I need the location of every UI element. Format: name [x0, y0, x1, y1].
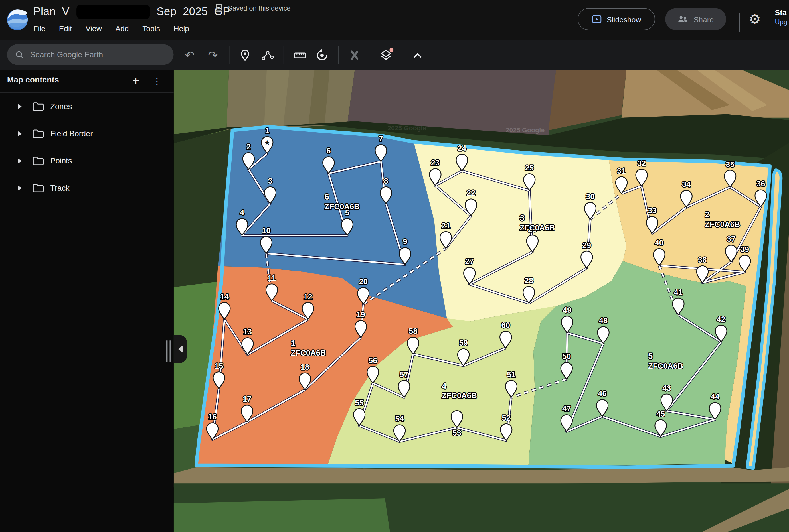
layers-button[interactable] — [376, 48, 396, 62]
sidebar-item-label: Zones — [50, 102, 72, 111]
pin-number-label: 25 — [525, 163, 534, 172]
sidebar-item-zones[interactable]: Zones — [0, 97, 174, 117]
pin-number-label: 4 — [240, 208, 244, 217]
pin-number-label: 32 — [637, 159, 646, 168]
pin-number-label: 42 — [717, 315, 726, 324]
pin-number-label: 59 — [459, 338, 468, 347]
pin-number-label: 20 — [359, 277, 368, 286]
pin-number-label: 22 — [467, 188, 475, 197]
zone-code-label: ZFC0A6B — [648, 362, 683, 370]
panel-menu-button[interactable]: ⋮ — [150, 74, 164, 88]
collapse-toolbar-button[interactable] — [408, 48, 428, 62]
pin-number-label: 6 — [326, 146, 331, 155]
sidebar-item-field-border[interactable]: Field Border — [0, 124, 174, 144]
save-status: Saved on this device — [215, 4, 291, 13]
map-contents-panel: Map contents + ⋮ Zones Field Border Poin… — [0, 70, 174, 532]
zone-number-label: 5 — [648, 352, 653, 361]
pin-star-icon: ★ — [264, 138, 271, 147]
collapse-panel-button[interactable] — [174, 335, 187, 363]
menu-view[interactable]: View — [86, 24, 102, 33]
saved-check-icon — [215, 4, 224, 13]
undo-button[interactable]: ↶ — [180, 48, 200, 62]
panel-resize-grip[interactable] — [166, 340, 171, 362]
pin-number-label: 47 — [562, 404, 571, 413]
share-button[interactable]: Share — [665, 8, 726, 30]
menu-help[interactable]: Help — [174, 24, 189, 33]
pin-number-label: 57 — [400, 370, 408, 379]
pin-number-label: 19 — [357, 310, 365, 319]
pin-number-label: 35 — [726, 160, 734, 169]
add-path-button[interactable] — [258, 48, 278, 62]
pin-number-label: 27 — [465, 257, 474, 266]
pin-number-label: 10 — [262, 226, 270, 235]
folder-icon — [32, 183, 44, 193]
account-area[interactable]: Sta Upg — [775, 7, 788, 26]
menu-add[interactable]: Add — [115, 24, 129, 33]
account-upgrade-link: Upg — [775, 17, 788, 27]
historical-imagery-icon — [316, 49, 328, 62]
ruler-icon — [293, 49, 306, 61]
pin-number-label: 11 — [267, 273, 276, 282]
chevron-left-icon — [178, 345, 183, 353]
expand-caret-icon[interactable] — [18, 158, 22, 164]
redo-button[interactable]: ↷ — [203, 48, 223, 62]
pin-number-label: 44 — [711, 392, 719, 401]
zone-code-label: ZFC0A6B — [325, 202, 360, 211]
pin-number-label: 50 — [562, 352, 571, 361]
pin-number-label: 48 — [599, 316, 607, 325]
pin-number-label: 40 — [655, 238, 663, 247]
menu-bar: File Edit View Add Tools Help — [33, 24, 189, 33]
pin-number-label: 8 — [384, 176, 388, 185]
edit-tools-icon — [348, 49, 360, 61]
expand-caret-icon[interactable] — [18, 186, 22, 191]
pin-number-label: 56 — [369, 356, 377, 365]
toolbar-separator — [371, 46, 371, 64]
save-status-label: Saved on this device — [228, 4, 291, 12]
slideshow-button[interactable]: Slideshow — [578, 8, 655, 30]
pin-number-label: 36 — [756, 179, 765, 188]
pin-number-label: 54 — [395, 414, 404, 423]
pin-number-label: 13 — [243, 327, 252, 336]
menu-file[interactable]: File — [33, 24, 45, 33]
pin-number-label: 12 — [303, 292, 312, 301]
map-canvas[interactable]: 2025 Google2025 Google ★ 123456789101112… — [174, 70, 789, 532]
pin-number-label: 46 — [598, 389, 606, 398]
edit-tools-button[interactable] — [344, 48, 364, 62]
search-box[interactable] — [7, 44, 174, 65]
zone-number-label: 1 — [291, 339, 296, 348]
search-input[interactable] — [30, 50, 156, 59]
pin-number-label: 2 — [246, 142, 251, 151]
menu-edit[interactable]: Edit — [59, 24, 72, 33]
google-earth-window: Plan_V__Sep_2025_GP Saved on this device… — [0, 0, 789, 532]
pin-number-label: 34 — [682, 180, 691, 189]
menu-tools[interactable]: Tools — [142, 24, 160, 33]
pin-number-label: 15 — [214, 362, 223, 370]
historical-imagery-button[interactable] — [312, 48, 332, 62]
pin-number-label: 52 — [502, 413, 510, 422]
title-prefix: Plan_V_ — [33, 5, 76, 18]
measure-button[interactable] — [290, 48, 310, 62]
pin-number-label: 1 — [265, 126, 269, 135]
sidebar-item-points[interactable]: Points — [0, 151, 174, 171]
settings-gear-icon[interactable]: ⚙ — [749, 11, 761, 27]
toolbar: ↶ ↷ — [0, 40, 789, 70]
google-earth-logo[interactable] — [6, 8, 29, 31]
sidebar-item-label: Points — [50, 156, 72, 166]
pin-number-label: 3 — [268, 176, 273, 185]
add-item-button[interactable]: + — [129, 74, 143, 88]
pin-number-label: 37 — [727, 235, 735, 244]
chevron-up-icon — [412, 52, 423, 59]
expand-caret-icon[interactable] — [18, 131, 22, 136]
sidebar-item-track[interactable]: Track — [0, 178, 174, 198]
pin-number-label: 38 — [698, 255, 707, 264]
panel-header: Map contents + ⋮ — [0, 70, 174, 92]
account-text-top: Sta — [775, 7, 788, 17]
pin-number-label: 18 — [301, 363, 309, 372]
add-placemark-button[interactable] — [235, 48, 255, 62]
zone-code-label: ZFC0A6B — [705, 220, 740, 229]
expand-caret-icon[interactable] — [18, 104, 22, 109]
pin-number-label: 53 — [453, 429, 461, 437]
toolbar-separator — [229, 46, 230, 64]
document-title[interactable]: Plan_V__Sep_2025_GP — [33, 3, 230, 19]
toolbar-separator — [338, 46, 339, 64]
